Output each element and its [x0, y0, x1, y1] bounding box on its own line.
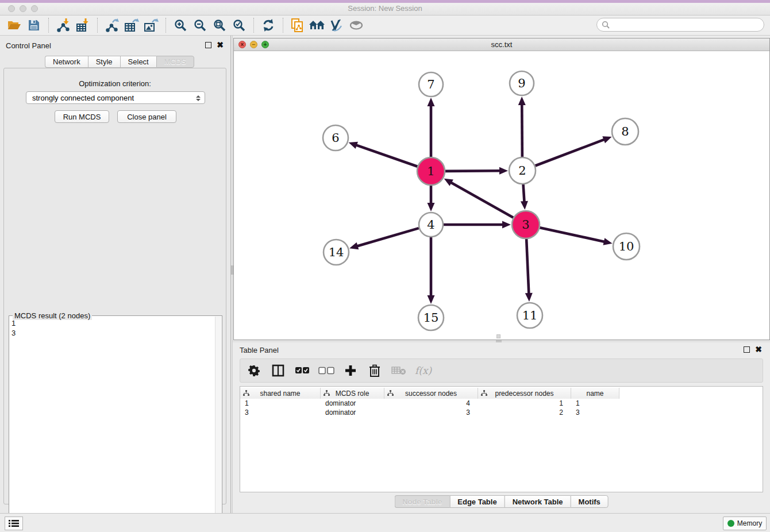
export-network-icon[interactable] — [102, 17, 122, 34]
delete-table-icon[interactable] — [391, 363, 407, 379]
import-table-icon[interactable] — [73, 17, 93, 34]
close-panel-icon[interactable]: ✖ — [217, 42, 224, 48]
zoom-out-icon[interactable] — [190, 17, 210, 34]
close-panel-icon[interactable]: ✖ — [755, 346, 762, 353]
export-image-icon[interactable] — [141, 17, 161, 34]
add-icon[interactable] — [342, 363, 359, 379]
float-panel-icon[interactable] — [744, 346, 750, 353]
task-history-button[interactable] — [5, 516, 23, 530]
first-neighbors-icon[interactable] — [307, 17, 327, 34]
graph-edge-arrow — [499, 167, 508, 175]
criterion-dropdown[interactable]: strongly connected component — [26, 91, 205, 104]
node-table[interactable]: shared nameMCDS rolesuccessor nodesprede… — [240, 386, 763, 492]
export-table-icon[interactable] — [122, 17, 141, 34]
split-panel-icon[interactable] — [270, 363, 286, 379]
status-bar: Memory — [0, 513, 770, 532]
cell-predecessor_nodes[interactable]: 2 — [478, 408, 571, 417]
zoom-in-icon[interactable] — [171, 17, 190, 34]
zoom-fit-icon[interactable] — [210, 17, 229, 34]
memory-status-icon — [727, 520, 734, 527]
graph-edge-2-8[interactable] — [535, 139, 605, 165]
hierarchy-icon — [243, 390, 249, 396]
graph-node-label: 9 — [518, 76, 525, 90]
refresh-icon[interactable] — [259, 17, 278, 34]
cell-successor_nodes[interactable]: 3 — [384, 408, 478, 417]
mcds-result-text[interactable]: 1 3 — [11, 318, 214, 530]
mcds-result-box: MCDS result (2 nodes) 1 3 — [9, 315, 222, 531]
canvas-resize-grip[interactable] — [496, 334, 500, 338]
graph-edge-arrow — [603, 238, 613, 245]
cell-shared_name[interactable]: 1 — [240, 399, 321, 408]
tab-network-table[interactable]: Network Table — [505, 495, 571, 508]
tab-node-table[interactable]: Node Table — [394, 495, 449, 508]
column-header-successor_nodes[interactable]: successor nodes — [384, 388, 478, 399]
tab-style[interactable]: Style — [88, 56, 120, 68]
network-canvas[interactable]: 7968124314101511 — [234, 51, 769, 340]
run-mcds-button[interactable]: Run MCDS — [55, 110, 109, 123]
cell-successor_nodes[interactable]: 4 — [384, 399, 478, 408]
graph-edge-4-14[interactable] — [356, 228, 419, 246]
graph-node-label: 4 — [427, 218, 434, 232]
cell-mcds_role[interactable]: dominator — [321, 408, 384, 417]
graph-edge-2-9[interactable] — [522, 103, 522, 157]
table-row[interactable]: 3dominator323 — [240, 408, 763, 417]
cell-name[interactable]: 3 — [571, 408, 619, 417]
search-box[interactable] — [596, 18, 764, 32]
cell-predecessor_nodes[interactable]: 1 — [478, 399, 571, 408]
table-body: 1dominator4113dominator323 — [240, 399, 763, 417]
cell-mcds_role[interactable]: dominator — [321, 399, 384, 408]
close-panel-button[interactable]: Close panel — [117, 110, 176, 123]
graph-node-label: 7 — [427, 78, 434, 91]
select-all-icon[interactable] — [294, 363, 310, 379]
hide-selected-icon[interactable] — [327, 17, 346, 34]
graph-edge-arrow — [525, 293, 533, 302]
show-all-icon[interactable] — [346, 17, 366, 34]
memory-label: Memory — [737, 519, 762, 527]
save-session-icon[interactable] — [24, 17, 44, 34]
graph-edge-3-11[interactable] — [526, 239, 529, 295]
column-header-predecessor_nodes[interactable]: predecessor nodes — [478, 388, 571, 399]
criterion-value: strongly connected component — [32, 94, 134, 102]
graph-edge-2-3[interactable] — [523, 184, 525, 203]
open-file-icon[interactable] — [5, 17, 24, 34]
float-panel-icon[interactable] — [205, 42, 211, 48]
tab-select[interactable]: Select — [120, 56, 156, 68]
deselect-all-icon[interactable] — [318, 363, 334, 379]
new-network-from-selection-icon[interactable] — [288, 17, 307, 34]
mcds-result-scrollbar[interactable] — [215, 317, 221, 530]
graph-edge-arrow — [428, 295, 435, 304]
hierarchy-icon — [324, 390, 330, 396]
tab-edge-table[interactable]: Edge Table — [449, 495, 504, 508]
memory-button[interactable]: Memory — [723, 516, 767, 530]
column-header-name[interactable]: name — [571, 388, 619, 399]
cell-shared_name[interactable]: 3 — [240, 408, 321, 417]
graph-edge-1-2[interactable] — [445, 171, 501, 171]
table-row[interactable]: 1dominator411 — [240, 399, 763, 408]
gear-icon[interactable] — [246, 363, 262, 379]
graph-edge-arrow — [428, 203, 435, 211]
search-input[interactable] — [610, 20, 764, 30]
tab-motifs[interactable]: Motifs — [571, 495, 609, 508]
zoom-selected-icon[interactable] — [229, 17, 249, 34]
tab-mcds[interactable]: MCDS — [156, 56, 194, 68]
delete-icon[interactable] — [367, 363, 383, 379]
graph-edge-1-6[interactable] — [355, 145, 417, 167]
graph-edge-3-10[interactable] — [540, 228, 605, 242]
graph-edge-arrow — [349, 142, 358, 149]
cell-name[interactable]: 1 — [571, 399, 619, 408]
tab-network[interactable]: Network — [45, 56, 88, 68]
graph-edge-arrow — [428, 98, 435, 106]
import-network-icon[interactable] — [53, 17, 73, 34]
column-label: name — [586, 390, 603, 398]
column-header-shared_name[interactable]: shared name — [240, 388, 321, 399]
network-window-title: scc.txt — [234, 40, 769, 49]
column-header-mcds_role[interactable]: MCDS role — [321, 388, 384, 399]
graph-edge-arrow — [502, 221, 511, 229]
graph-node-label: 8 — [621, 125, 629, 138]
graph-node-label: 11 — [522, 309, 538, 322]
network-window: × − + scc.txt 7968124314101511 — [233, 38, 770, 340]
graph-edge-3-1[interactable] — [450, 182, 513, 218]
toolbar-separator — [253, 18, 254, 33]
search-icon — [602, 21, 610, 29]
network-window-titlebar[interactable]: × − + scc.txt — [234, 38, 769, 51]
